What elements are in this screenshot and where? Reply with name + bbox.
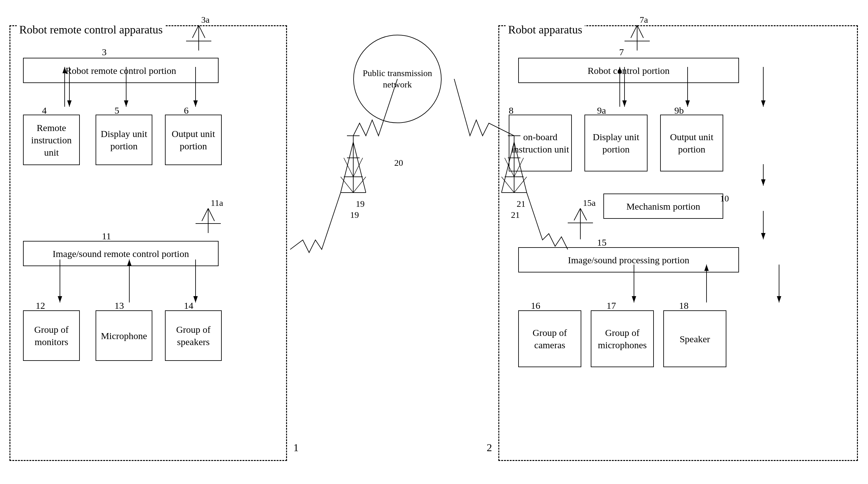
num-11: 11 (102, 231, 111, 241)
microphone-box: Microphone (96, 310, 152, 361)
remote-instruction-unit-box: Remote instruction unit (23, 115, 80, 165)
num-9b: 9b (674, 105, 684, 116)
diagram-container: Robot remote control apparatus Robot rem… (6, 9, 861, 477)
svg-text:7a: 7a (640, 15, 648, 25)
right-panel: Robot apparatus Robot control portion 7 … (498, 25, 858, 461)
num-18: 18 (679, 300, 688, 311)
output-unit-portion-box-left: Output unit portion (165, 115, 222, 165)
num-17: 17 (607, 300, 616, 311)
num-5: 5 (115, 105, 119, 116)
svg-line-30 (344, 158, 353, 177)
svg-line-24 (341, 142, 353, 193)
num-14: 14 (184, 300, 193, 311)
num-8: 8 (509, 105, 514, 116)
left-panel-title: Robot remote control apparatus (17, 23, 165, 36)
svg-text:19: 19 (356, 199, 365, 209)
num-3: 3 (102, 47, 106, 57)
num-9a: 9a (597, 105, 606, 116)
output-unit-portion-box-right: Output unit portion (660, 115, 723, 171)
num-1: 1 (293, 442, 299, 454)
svg-line-31 (353, 158, 363, 177)
image-sound-processing-box: Image/sound processing portion (518, 247, 739, 273)
num-6: 6 (184, 105, 189, 116)
num-12: 12 (36, 300, 45, 311)
svg-text:3a: 3a (201, 15, 210, 25)
group-speakers-box: Group of speakers (165, 310, 222, 361)
right-panel-title: Robot apparatus (505, 23, 585, 36)
svg-text:20: 20 (394, 158, 403, 168)
svg-text:19: 19 (350, 210, 359, 220)
num-7: 7 (619, 47, 624, 57)
group-microphones-box: Group of microphones (591, 310, 654, 367)
num-13: 13 (115, 300, 124, 311)
left-panel: Robot remote control apparatus Robot rem… (9, 25, 287, 461)
num-2: 2 (487, 442, 492, 454)
num-4: 4 (42, 105, 47, 116)
num-10: 10 (720, 194, 729, 204)
mechanism-portion-box: Mechanism portion (603, 194, 723, 219)
svg-line-25 (353, 142, 366, 193)
group-cameras-box: Group of cameras (518, 310, 581, 367)
display-unit-portion-box-left: Display unit portion (96, 115, 152, 165)
speaker-box: Speaker (663, 310, 726, 367)
public-network-circle: Public transmission network (353, 35, 441, 123)
robot-control-portion-box: Robot control portion (518, 58, 739, 83)
image-sound-remote-box: Image/sound remote control portion (23, 241, 219, 266)
num-16: 16 (531, 300, 540, 311)
svg-line-29 (353, 177, 366, 193)
num-15: 15 (597, 237, 607, 248)
svg-line-28 (341, 177, 353, 193)
group-monitors-box: Group of monitors (23, 310, 80, 361)
display-unit-portion-box-right: Display unit portion (584, 115, 648, 171)
robot-remote-control-portion-box: Robot remote control portion (23, 58, 219, 83)
onboard-instruction-box: on-board instruction unit (509, 115, 572, 171)
